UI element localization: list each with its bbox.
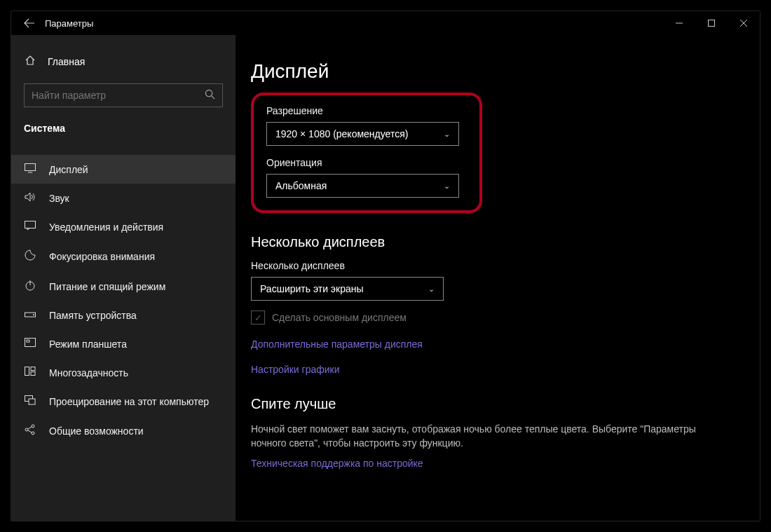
- projecting-icon: [24, 395, 36, 407]
- sidebar-item-label: Проецирование на этот компьютер: [49, 396, 209, 407]
- back-arrow-icon: [24, 18, 35, 29]
- minimize-button[interactable]: [663, 11, 695, 35]
- svg-rect-1: [709, 20, 715, 27]
- sleep-better-title: Спите лучше: [251, 396, 760, 412]
- svg-rect-4: [25, 164, 36, 171]
- svg-point-20: [32, 432, 34, 435]
- multi-displays-label: Несколько дисплеев: [251, 260, 760, 271]
- graphics-settings-link[interactable]: Настройки графики: [251, 364, 760, 375]
- home-button[interactable]: Главная: [11, 48, 236, 75]
- help-link[interactable]: Техническая поддержка по настройке: [251, 458, 760, 469]
- sidebar-item-label: Память устройства: [49, 310, 137, 321]
- sidebar-item-label: Звук: [49, 193, 69, 204]
- multi-displays-value: Расширить эти экраны: [260, 283, 364, 294]
- sidebar-item-label: Режим планшета: [49, 339, 127, 350]
- orientation-label: Ориентация: [266, 157, 467, 168]
- multi-displays-dropdown[interactable]: Расширить эти экраны ⌄: [251, 277, 444, 301]
- svg-rect-13: [25, 367, 29, 376]
- content-pane: Дисплей Разрешение 1920 × 1080 (рекоменд…: [236, 35, 760, 521]
- resolution-dropdown[interactable]: 1920 × 1080 (рекомендуется) ⌄: [266, 122, 459, 146]
- home-label: Главная: [48, 56, 85, 67]
- sidebar-item-storage[interactable]: Память устройства: [11, 301, 236, 329]
- sidebar-item-projecting[interactable]: Проецирование на этот компьютер: [11, 387, 236, 416]
- storage-icon: [24, 310, 36, 321]
- svg-point-19: [32, 425, 34, 428]
- svg-line-3: [212, 96, 214, 99]
- svg-point-2: [205, 90, 212, 96]
- sidebar-item-label: Общие возможности: [49, 425, 144, 437]
- resolution-value: 1920 × 1080 (рекомендуется): [275, 128, 408, 139]
- sidebar-item-shared[interactable]: Общие возможности: [11, 416, 236, 446]
- page-title: Дисплей: [251, 60, 760, 83]
- sidebar-item-tablet[interactable]: Режим планшета: [11, 329, 236, 358]
- resolution-label: Разрешение: [266, 105, 467, 116]
- close-button[interactable]: [728, 11, 760, 35]
- make-primary-label: Сделать основным дисплеем: [272, 312, 407, 323]
- maximize-button[interactable]: [695, 11, 728, 35]
- sidebar-item-sound[interactable]: Звук: [11, 184, 236, 212]
- chevron-down-icon: ⌄: [444, 182, 450, 191]
- svg-line-22: [28, 430, 32, 432]
- search-field[interactable]: [32, 90, 205, 101]
- sidebar-item-label: Фокусировка внимания: [49, 251, 155, 262]
- power-icon: [24, 280, 36, 293]
- display-icon: [24, 163, 36, 175]
- window-title: Параметры: [45, 18, 93, 29]
- sidebar-item-label: Уведомления и действия: [49, 221, 163, 233]
- svg-rect-17: [29, 399, 35, 404]
- svg-point-10: [33, 314, 34, 315]
- sidebar-item-focus[interactable]: Фокусировка внимания: [11, 241, 236, 271]
- multitask-icon: [24, 367, 36, 378]
- sleep-better-body: Ночной свет поможет вам заснуть, отображ…: [251, 422, 700, 451]
- sidebar-item-label: Питание и спящий режим: [49, 281, 165, 292]
- orientation-value: Альбомная: [275, 180, 327, 191]
- sidebar-section-title: Система: [11, 120, 236, 144]
- chevron-down-icon: ⌄: [428, 285, 435, 294]
- orientation-dropdown[interactable]: Альбомная ⌄: [266, 174, 459, 198]
- sidebar-item-label: Дисплей: [49, 164, 88, 175]
- focus-icon: [24, 250, 36, 263]
- sidebar-item-multitask[interactable]: Многозадачность: [11, 358, 236, 387]
- search-input[interactable]: [24, 83, 223, 107]
- svg-rect-12: [27, 340, 29, 342]
- chevron-down-icon: ⌄: [444, 130, 450, 139]
- sidebar-item-display[interactable]: Дисплей: [11, 155, 236, 184]
- back-button[interactable]: [17, 11, 42, 35]
- make-primary-checkbox: ✓ Сделать основным дисплеем: [251, 311, 760, 325]
- sidebar-item-notifications[interactable]: Уведомления и действия: [11, 212, 236, 241]
- advanced-display-link[interactable]: Дополнительные параметры дисплея: [251, 339, 760, 350]
- sidebar: Главная Система Дисплей Звук Уведомления: [11, 35, 236, 521]
- tablet-icon: [24, 338, 36, 350]
- shared-icon: [24, 424, 36, 437]
- svg-line-21: [28, 427, 32, 429]
- sidebar-item-power[interactable]: Питание и спящий режим: [11, 271, 236, 301]
- home-icon: [24, 55, 36, 68]
- checkbox-icon: ✓: [251, 311, 265, 325]
- svg-point-18: [25, 428, 28, 431]
- sound-icon: [24, 192, 36, 204]
- sidebar-item-label: Многозадачность: [49, 367, 128, 378]
- search-icon: [205, 89, 215, 102]
- svg-rect-6: [25, 221, 36, 229]
- highlight-box: Разрешение 1920 × 1080 (рекомендуется) ⌄…: [251, 93, 482, 213]
- notifications-icon: [24, 221, 36, 233]
- titlebar: Параметры: [11, 11, 760, 35]
- svg-rect-15: [31, 372, 35, 376]
- multi-displays-title: Несколько дисплеев: [251, 234, 760, 250]
- svg-rect-14: [31, 367, 35, 371]
